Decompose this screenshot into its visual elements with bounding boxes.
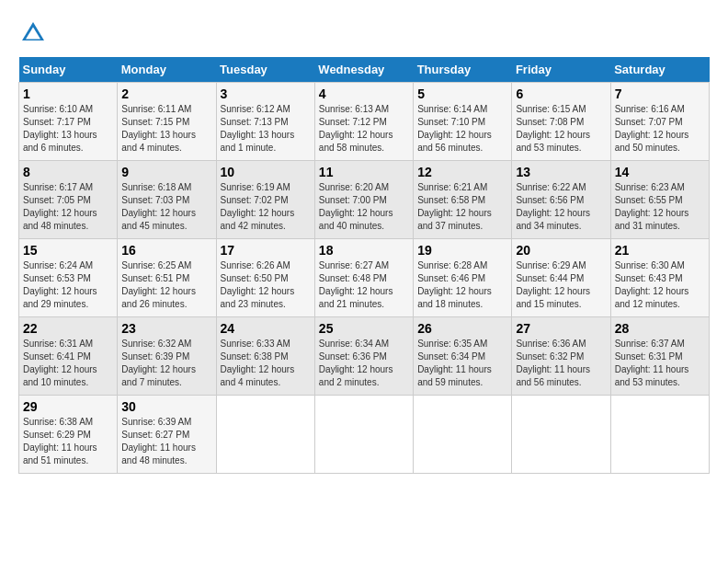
day-info: Sunrise: 6:30 AM Sunset: 6:43 PM Dayligh… [615, 259, 705, 311]
calendar-day-cell: 24 Sunrise: 6:33 AM Sunset: 6:38 PM Dayl… [216, 317, 314, 396]
calendar-day-cell: 22 Sunrise: 6:31 AM Sunset: 6:41 PM Dayl… [19, 317, 118, 396]
day-number: 1 [23, 86, 113, 101]
page-header [18, 18, 710, 48]
calendar-day-cell: 1 Sunrise: 6:10 AM Sunset: 7:17 PM Dayli… [19, 83, 118, 161]
calendar-day-cell: 2 Sunrise: 6:11 AM Sunset: 7:15 PM Dayli… [118, 83, 216, 161]
day-number: 21 [615, 243, 705, 258]
day-number: 6 [516, 86, 606, 101]
day-number: 10 [221, 165, 311, 179]
day-number: 26 [417, 321, 507, 336]
empty-cell [512, 396, 610, 474]
calendar-week-row: 15 Sunrise: 6:24 AM Sunset: 6:53 PM Dayl… [19, 239, 710, 317]
weekday-header-wednesday: Wednesday [314, 57, 413, 83]
day-info: Sunrise: 6:12 AM Sunset: 7:13 PM Dayligh… [221, 103, 311, 155]
calendar-day-cell: 27 Sunrise: 6:36 AM Sunset: 6:32 PM Dayl… [512, 317, 610, 396]
calendar-day-cell: 3 Sunrise: 6:12 AM Sunset: 7:13 PM Dayli… [216, 83, 314, 161]
day-number: 2 [121, 86, 211, 101]
day-number: 22 [23, 321, 113, 336]
empty-cell [610, 396, 709, 474]
calendar-day-cell: 11 Sunrise: 6:20 AM Sunset: 7:00 PM Dayl… [314, 161, 413, 239]
day-info: Sunrise: 6:26 AM Sunset: 6:50 PM Dayligh… [221, 259, 311, 311]
day-number: 29 [23, 399, 113, 414]
calendar-day-cell: 18 Sunrise: 6:27 AM Sunset: 6:48 PM Dayl… [314, 239, 413, 317]
calendar-day-cell: 7 Sunrise: 6:16 AM Sunset: 7:07 PM Dayli… [610, 83, 709, 161]
day-number: 14 [615, 165, 705, 179]
calendar-week-row: 8 Sunrise: 6:17 AM Sunset: 7:05 PM Dayli… [19, 161, 710, 239]
day-info: Sunrise: 6:34 AM Sunset: 6:36 PM Dayligh… [319, 338, 409, 389]
day-info: Sunrise: 6:28 AM Sunset: 6:46 PM Dayligh… [417, 259, 507, 311]
day-info: Sunrise: 6:18 AM Sunset: 7:03 PM Dayligh… [121, 181, 211, 233]
day-info: Sunrise: 6:20 AM Sunset: 7:00 PM Dayligh… [319, 181, 409, 233]
calendar-day-cell: 17 Sunrise: 6:26 AM Sunset: 6:50 PM Dayl… [216, 239, 314, 317]
calendar-day-cell: 5 Sunrise: 6:14 AM Sunset: 7:10 PM Dayli… [414, 83, 512, 161]
day-number: 17 [221, 243, 311, 258]
weekday-header-friday: Friday [512, 57, 610, 83]
calendar-day-cell: 19 Sunrise: 6:28 AM Sunset: 6:46 PM Dayl… [414, 239, 512, 317]
calendar-day-cell: 25 Sunrise: 6:34 AM Sunset: 6:36 PM Dayl… [314, 317, 413, 396]
day-number: 12 [417, 165, 507, 179]
empty-cell [414, 396, 512, 474]
day-number: 4 [319, 86, 409, 101]
calendar-day-cell: 9 Sunrise: 6:18 AM Sunset: 7:03 PM Dayli… [118, 161, 216, 239]
day-info: Sunrise: 6:39 AM Sunset: 6:27 PM Dayligh… [121, 416, 211, 467]
day-number: 5 [417, 86, 507, 101]
empty-cell [314, 396, 413, 474]
weekday-header-saturday: Saturday [610, 57, 709, 83]
day-number: 15 [23, 243, 113, 258]
calendar-day-cell: 23 Sunrise: 6:32 AM Sunset: 6:39 PM Dayl… [118, 317, 216, 396]
weekday-header-thursday: Thursday [414, 57, 512, 83]
day-info: Sunrise: 6:33 AM Sunset: 6:38 PM Dayligh… [221, 338, 311, 389]
day-number: 19 [417, 243, 507, 258]
day-info: Sunrise: 6:13 AM Sunset: 7:12 PM Dayligh… [319, 103, 409, 155]
day-info: Sunrise: 6:25 AM Sunset: 6:51 PM Dayligh… [121, 259, 211, 311]
calendar-day-cell: 20 Sunrise: 6:29 AM Sunset: 6:44 PM Dayl… [512, 239, 610, 317]
day-number: 30 [121, 399, 211, 414]
calendar-day-cell: 16 Sunrise: 6:25 AM Sunset: 6:51 PM Dayl… [118, 239, 216, 317]
day-number: 7 [615, 86, 705, 101]
day-info: Sunrise: 6:14 AM Sunset: 7:10 PM Dayligh… [417, 103, 507, 155]
day-info: Sunrise: 6:22 AM Sunset: 6:56 PM Dayligh… [516, 181, 606, 233]
day-number: 11 [319, 165, 409, 179]
day-info: Sunrise: 6:16 AM Sunset: 7:07 PM Dayligh… [615, 103, 705, 155]
calendar-day-cell: 14 Sunrise: 6:23 AM Sunset: 6:55 PM Dayl… [610, 161, 709, 239]
day-info: Sunrise: 6:37 AM Sunset: 6:31 PM Dayligh… [615, 338, 705, 389]
calendar-day-cell: 26 Sunrise: 6:35 AM Sunset: 6:34 PM Dayl… [414, 317, 512, 396]
calendar-day-cell: 10 Sunrise: 6:19 AM Sunset: 7:02 PM Dayl… [216, 161, 314, 239]
calendar-day-cell: 28 Sunrise: 6:37 AM Sunset: 6:31 PM Dayl… [610, 317, 709, 396]
day-number: 8 [23, 165, 113, 179]
calendar-day-cell: 13 Sunrise: 6:22 AM Sunset: 6:56 PM Dayl… [512, 161, 610, 239]
day-number: 3 [221, 86, 311, 101]
calendar-header-row: SundayMondayTuesdayWednesdayThursdayFrid… [19, 57, 710, 83]
day-number: 28 [615, 321, 705, 336]
calendar-day-cell: 30 Sunrise: 6:39 AM Sunset: 6:27 PM Dayl… [118, 396, 216, 474]
weekday-header-monday: Monday [118, 57, 216, 83]
day-info: Sunrise: 6:36 AM Sunset: 6:32 PM Dayligh… [516, 338, 606, 389]
day-info: Sunrise: 6:32 AM Sunset: 6:39 PM Dayligh… [121, 338, 211, 389]
day-info: Sunrise: 6:21 AM Sunset: 6:58 PM Dayligh… [417, 181, 507, 233]
calendar-day-cell: 8 Sunrise: 6:17 AM Sunset: 7:05 PM Dayli… [19, 161, 118, 239]
calendar-day-cell: 29 Sunrise: 6:38 AM Sunset: 6:29 PM Dayl… [19, 396, 118, 474]
calendar-day-cell: 12 Sunrise: 6:21 AM Sunset: 6:58 PM Dayl… [414, 161, 512, 239]
calendar-week-row: 29 Sunrise: 6:38 AM Sunset: 6:29 PM Dayl… [19, 396, 710, 474]
day-info: Sunrise: 6:29 AM Sunset: 6:44 PM Dayligh… [516, 259, 606, 311]
day-info: Sunrise: 6:35 AM Sunset: 6:34 PM Dayligh… [417, 338, 507, 389]
empty-cell [216, 396, 314, 474]
day-info: Sunrise: 6:23 AM Sunset: 6:55 PM Dayligh… [615, 181, 705, 233]
day-info: Sunrise: 6:31 AM Sunset: 6:41 PM Dayligh… [23, 338, 113, 389]
day-number: 18 [319, 243, 409, 258]
day-number: 13 [516, 165, 606, 179]
day-number: 23 [121, 321, 211, 336]
weekday-header-sunday: Sunday [19, 57, 118, 83]
logo-icon [18, 18, 48, 48]
day-info: Sunrise: 6:38 AM Sunset: 6:29 PM Dayligh… [23, 416, 113, 467]
calendar-table: SundayMondayTuesdayWednesdayThursdayFrid… [18, 57, 710, 474]
calendar-week-row: 22 Sunrise: 6:31 AM Sunset: 6:41 PM Dayl… [19, 317, 710, 396]
day-number: 24 [221, 321, 311, 336]
day-info: Sunrise: 6:15 AM Sunset: 7:08 PM Dayligh… [516, 103, 606, 155]
calendar-day-cell: 4 Sunrise: 6:13 AM Sunset: 7:12 PM Dayli… [314, 83, 413, 161]
day-info: Sunrise: 6:11 AM Sunset: 7:15 PM Dayligh… [121, 103, 211, 155]
day-number: 9 [121, 165, 211, 179]
day-number: 20 [516, 243, 606, 258]
day-number: 25 [319, 321, 409, 336]
weekday-header-tuesday: Tuesday [216, 57, 314, 83]
